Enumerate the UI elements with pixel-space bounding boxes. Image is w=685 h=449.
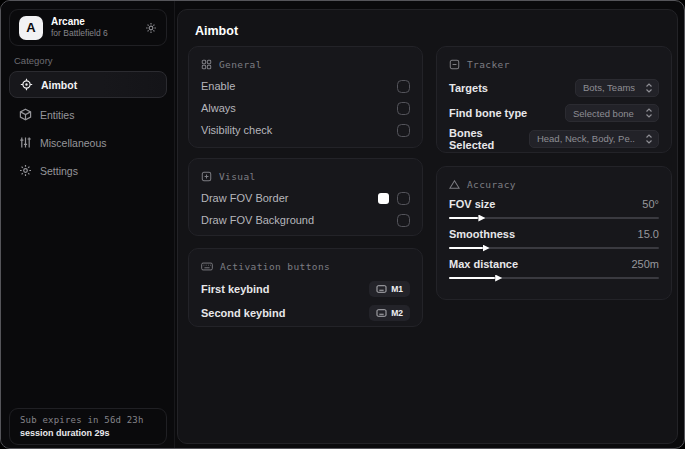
slider-value: 250m bbox=[631, 258, 659, 270]
slider-labels: FOV size 50° bbox=[449, 196, 659, 212]
setting-row-visibility-check: Visibility check bbox=[201, 119, 410, 141]
app-header-text: Arcane for Battlefield 6 bbox=[51, 16, 145, 39]
slider-labels: Smoothness 15.0 bbox=[449, 226, 659, 242]
visual-card: Visual Draw FOV Border Draw FOV Backgrou… bbox=[188, 158, 423, 236]
draw-fov-background-checkbox[interactable] bbox=[397, 214, 410, 227]
setting-label: FOV size bbox=[449, 198, 495, 210]
app-window: A Arcane for Battlefield 6 Category Aimb bbox=[0, 0, 685, 449]
setting-label: Draw FOV Background bbox=[201, 214, 314, 226]
activation-card-header: Activation buttons bbox=[201, 258, 410, 274]
smoothness-slider[interactable] bbox=[449, 244, 659, 252]
slider-thumb[interactable] bbox=[483, 245, 490, 252]
setting-row-enable: Enable bbox=[201, 75, 410, 97]
setting-label: Visibility check bbox=[201, 124, 272, 136]
setting-label: First keybind bbox=[201, 283, 269, 295]
setting-label: Max distance bbox=[449, 258, 518, 270]
setting-label: Find bone type bbox=[449, 107, 527, 119]
chevron-up-down-icon bbox=[645, 83, 653, 93]
slider-thumb[interactable] bbox=[478, 215, 485, 222]
section-title: Visual bbox=[219, 171, 256, 182]
cube-icon bbox=[19, 108, 32, 121]
sidebar-item-label: Miscellaneous bbox=[40, 137, 107, 149]
tracker-card-header: Tracker bbox=[449, 56, 659, 72]
slider-fill bbox=[449, 217, 478, 219]
section-title: Accuracy bbox=[467, 179, 516, 190]
section-title: Activation buttons bbox=[220, 261, 330, 272]
setting-label: Draw FOV Border bbox=[201, 192, 288, 204]
tracker-card: Tracker Targets Bots, Teams Find bone ty… bbox=[436, 46, 672, 153]
slider-labels: Max distance 250m bbox=[449, 256, 659, 272]
accuracy-card: Accuracy FOV size 50° Smoothness 15.0 bbox=[436, 166, 672, 300]
logo-letter: A bbox=[26, 20, 35, 35]
second-keybind-button[interactable]: M2 bbox=[369, 305, 410, 321]
enable-checkbox[interactable] bbox=[397, 80, 410, 93]
visual-card-header: Visual bbox=[201, 168, 410, 184]
section-title: Tracker bbox=[467, 59, 510, 70]
sidebar-item-miscellaneous[interactable]: Miscellaneous bbox=[9, 129, 167, 156]
dropdown-value: Selected bone bbox=[573, 108, 634, 119]
triangle-icon bbox=[449, 179, 460, 190]
color-swatch[interactable] bbox=[378, 193, 389, 204]
setting-label: Targets bbox=[449, 82, 488, 94]
general-card-header: General bbox=[201, 56, 410, 72]
smoothness-slider-group: Smoothness 15.0 bbox=[449, 226, 659, 252]
setting-label: Bones Selected bbox=[449, 127, 529, 151]
fov-size-slider[interactable] bbox=[449, 214, 659, 222]
first-keybind-button[interactable]: M1 bbox=[369, 281, 410, 297]
setting-row-first-keybind: First keybind M1 bbox=[201, 277, 410, 301]
setting-row-targets: Targets Bots, Teams bbox=[449, 75, 659, 101]
slider-fill bbox=[449, 247, 483, 249]
draw-fov-border-checkbox[interactable] bbox=[397, 192, 410, 205]
keyboard-icon bbox=[201, 261, 213, 272]
app-header: A Arcane for Battlefield 6 bbox=[9, 9, 167, 46]
activation-card: Activation buttons First keybind M1 Seco… bbox=[188, 248, 423, 327]
grid-icon bbox=[201, 59, 212, 70]
sidebar-item-settings[interactable]: Settings bbox=[9, 157, 167, 184]
page-title: Aimbot bbox=[195, 24, 238, 38]
find-bone-type-dropdown[interactable]: Selected bone bbox=[565, 104, 659, 122]
section-title: General bbox=[219, 59, 262, 70]
chevron-up-down-icon bbox=[645, 108, 653, 118]
setting-row-always: Always bbox=[201, 97, 410, 119]
fov-size-slider-group: FOV size 50° bbox=[449, 196, 659, 222]
chevron-up-down-icon bbox=[645, 134, 653, 144]
slider-fill bbox=[449, 277, 495, 279]
always-checkbox[interactable] bbox=[397, 102, 410, 115]
sidebar: A Arcane for Battlefield 6 Category Aimb bbox=[1, 1, 175, 448]
setting-label: Always bbox=[201, 102, 236, 114]
max-distance-slider[interactable] bbox=[449, 274, 659, 282]
general-card: General Enable Always Visibility check bbox=[188, 46, 423, 148]
sidebar-item-label: Entities bbox=[40, 109, 74, 121]
keyboard-icon bbox=[376, 285, 387, 293]
session-duration-text: session duration 29s bbox=[20, 427, 156, 440]
subscription-box: Sub expires in 56d 23h session duration … bbox=[9, 408, 167, 445]
visibility-check-checkbox[interactable] bbox=[397, 124, 410, 137]
keyboard-icon bbox=[376, 309, 387, 317]
setting-label: Enable bbox=[201, 80, 235, 92]
main-panel: Aimbot General Enable Always bbox=[177, 9, 678, 444]
sliders-icon bbox=[19, 136, 32, 149]
slider-thumb[interactable] bbox=[495, 275, 502, 282]
sidebar-item-aimbot[interactable]: Aimbot bbox=[9, 71, 167, 98]
bones-selected-dropdown[interactable]: Head, Neck, Body, Pe.. bbox=[529, 130, 659, 148]
setting-label: Second keybind bbox=[201, 307, 285, 319]
sidebar-item-label: Aimbot bbox=[41, 79, 77, 91]
max-distance-slider-group: Max distance 250m bbox=[449, 256, 659, 282]
targets-dropdown[interactable]: Bots, Teams bbox=[575, 79, 659, 97]
setting-row-draw-fov-border: Draw FOV Border bbox=[201, 187, 410, 209]
controls-group bbox=[378, 192, 410, 205]
crosshair-icon bbox=[20, 78, 33, 91]
minus-square-icon bbox=[449, 59, 460, 70]
keybind-value: M2 bbox=[391, 308, 403, 318]
app-name: Arcane bbox=[51, 16, 145, 28]
setting-label: Smoothness bbox=[449, 228, 515, 240]
slider-value: 50° bbox=[642, 198, 659, 210]
setting-row-draw-fov-background: Draw FOV Background bbox=[201, 209, 410, 231]
category-label: Category bbox=[14, 55, 53, 66]
image-plus-icon bbox=[201, 171, 212, 182]
keybind-value: M1 bbox=[391, 284, 403, 294]
app-subtitle: for Battlefield 6 bbox=[51, 28, 145, 39]
sidebar-item-entities[interactable]: Entities bbox=[9, 101, 167, 128]
accuracy-card-header: Accuracy bbox=[449, 176, 659, 192]
gear-icon[interactable] bbox=[145, 22, 157, 34]
